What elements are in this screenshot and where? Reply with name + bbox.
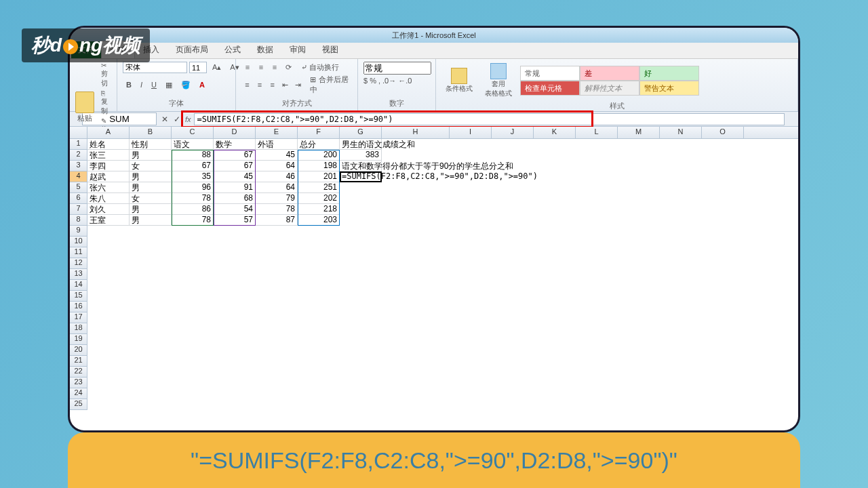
cell[interactable]: 251 (298, 182, 340, 193)
cell[interactable]: 78 (256, 204, 298, 215)
cell[interactable]: 96 (172, 182, 214, 193)
tab-layout[interactable]: 页面布局 (167, 41, 216, 58)
cell[interactable]: 67 (214, 161, 256, 171)
style-warning[interactable]: 警告文本 (639, 81, 699, 96)
tab-view[interactable]: 视图 (314, 41, 347, 58)
col-header[interactable]: B (130, 127, 172, 138)
row-header[interactable]: 18 (70, 323, 87, 334)
cell[interactable]: 383 (340, 150, 382, 161)
row-header[interactable]: 22 (70, 367, 87, 378)
col-header[interactable]: H (382, 127, 450, 138)
style-normal[interactable]: 常规 (520, 66, 580, 81)
cell[interactable]: 张六 (87, 182, 130, 193)
cell[interactable]: 57 (214, 215, 256, 226)
row-header[interactable]: 5 (70, 182, 87, 193)
row-header[interactable]: 3 (70, 161, 87, 171)
cell[interactable]: 赵武 (87, 171, 130, 182)
col-header[interactable]: D (214, 127, 256, 138)
currency-button[interactable]: $ (363, 77, 368, 85)
cell[interactable]: 性别 (130, 139, 172, 150)
cell[interactable]: 35 (172, 171, 214, 182)
cell[interactable]: 女 (130, 161, 172, 171)
col-header[interactable]: I (450, 127, 492, 138)
grow-font-button[interactable]: A▴ (209, 62, 224, 73)
cell[interactable]: 200 (298, 150, 340, 161)
indent-inc-button[interactable]: ⇥ (292, 79, 304, 90)
cell[interactable]: 语文和数学得分都大于等于90分的学生总分之和 (340, 161, 382, 171)
cell[interactable]: 218 (298, 204, 340, 215)
row-header[interactable]: 24 (70, 388, 87, 399)
indent-dec-button[interactable]: ⇤ (279, 79, 291, 90)
row-header[interactable]: 19 (70, 334, 87, 345)
border-button[interactable]: ▦ (162, 79, 176, 91)
row-header[interactable]: 13 (70, 269, 87, 280)
style-bad[interactable]: 差 (580, 66, 639, 81)
align-center-button[interactable]: ≡ (254, 79, 266, 90)
tab-formulas[interactable]: 公式 (216, 41, 249, 58)
cell[interactable]: 数学 (214, 139, 256, 150)
col-header[interactable]: M (618, 127, 660, 138)
cell[interactable]: 李四 (87, 161, 130, 171)
row-header[interactable]: 7 (70, 204, 87, 215)
cell[interactable]: 54 (214, 204, 256, 215)
row-header[interactable]: 6 (70, 193, 87, 204)
active-cell[interactable]: =SUMIFS(F2:F8,C2:C8,">=90",D2:D8,">=90") (340, 171, 382, 182)
cell[interactable]: 78 (172, 193, 214, 204)
cell[interactable]: 67 (214, 150, 256, 161)
cancel-formula-button[interactable]: ✕ (159, 115, 170, 124)
col-header[interactable]: C (172, 127, 214, 138)
format-table-button[interactable]: 套用 表格格式 (481, 62, 516, 100)
cell[interactable]: 男 (130, 215, 172, 226)
row-header[interactable]: 17 (70, 312, 87, 323)
cell[interactable]: 王室 (87, 215, 130, 226)
cell[interactable]: 朱八 (87, 193, 130, 204)
cell[interactable]: 202 (298, 193, 340, 204)
row-header[interactable]: 12 (70, 258, 87, 269)
conditional-format-button[interactable]: 条件格式 (441, 66, 477, 95)
wrap-text-button[interactable]: ⤶ 自动换行 (301, 62, 339, 73)
cell[interactable]: 68 (214, 193, 256, 204)
cell[interactable]: 男 (130, 204, 172, 215)
cell[interactable]: 刘久 (87, 204, 130, 215)
col-header[interactable]: N (660, 127, 702, 138)
italic-button[interactable]: I (137, 79, 146, 91)
cell[interactable]: 203 (298, 215, 340, 226)
tab-review[interactable]: 审阅 (281, 41, 314, 58)
font-color-button[interactable]: A (196, 79, 208, 91)
cell[interactable]: 86 (172, 204, 214, 215)
row-header[interactable]: 20 (70, 345, 87, 356)
accept-formula-button[interactable]: ✓ (172, 115, 182, 124)
cell[interactable]: 91 (214, 182, 256, 193)
style-check[interactable]: 检查单元格 (520, 81, 580, 96)
row-header[interactable]: 25 (70, 399, 87, 410)
cell[interactable]: 78 (172, 215, 214, 226)
row-header[interactable]: 16 (70, 302, 87, 312)
bold-button[interactable]: B (123, 79, 135, 91)
cell[interactable]: 男 (130, 182, 172, 193)
font-size-input[interactable] (189, 62, 207, 73)
col-header[interactable]: J (492, 127, 534, 138)
row-header[interactable]: 9 (70, 226, 87, 237)
cut-button[interactable]: ✂ 剪切 (101, 62, 111, 88)
cell[interactable]: 87 (256, 215, 298, 226)
align-middle-button[interactable]: ≡ (255, 62, 267, 73)
col-header[interactable]: E (256, 127, 298, 138)
cell[interactable]: 张三 (87, 150, 130, 161)
number-format-select[interactable] (363, 62, 431, 75)
col-header[interactable]: F (298, 127, 340, 138)
row-header[interactable]: 14 (70, 280, 87, 291)
row-header[interactable]: 4 (70, 171, 87, 182)
row-header[interactable]: 15 (70, 291, 87, 302)
font-name-input[interactable] (123, 62, 187, 73)
align-right-button[interactable]: ≡ (267, 79, 278, 90)
row-header[interactable]: 2 (70, 150, 87, 161)
formula-bar-input[interactable] (194, 113, 785, 125)
cell[interactable]: 男生的语文成绩之和 (340, 139, 382, 150)
row-header[interactable]: 8 (70, 215, 87, 226)
row-header[interactable]: 10 (70, 237, 87, 247)
underline-button[interactable]: U (148, 79, 160, 91)
style-good[interactable]: 好 (639, 66, 699, 81)
row-header[interactable]: 1 (70, 139, 87, 150)
col-header[interactable]: K (534, 127, 576, 138)
cell[interactable]: 46 (256, 171, 298, 182)
